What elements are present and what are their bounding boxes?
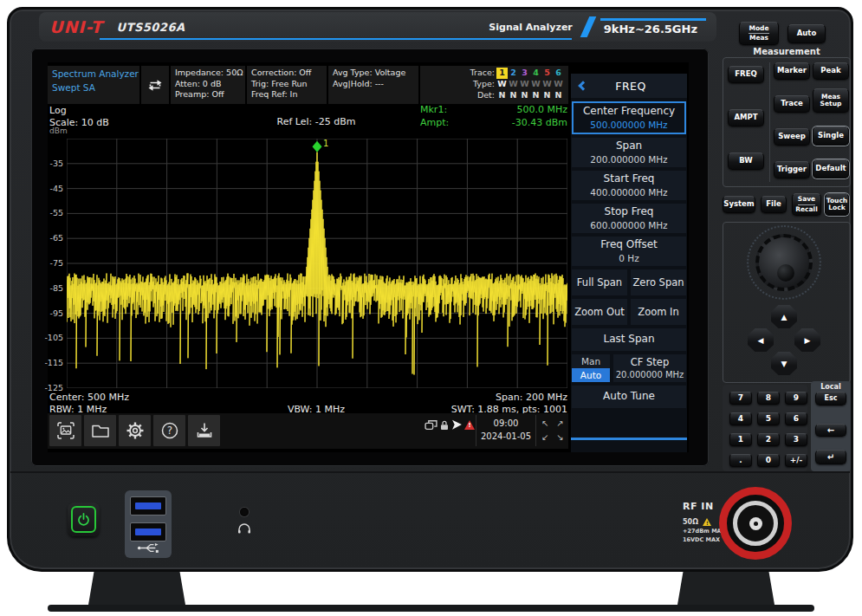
bw-key[interactable]: BW — [728, 152, 764, 170]
trace-4-selector[interactable]: 4 — [530, 68, 541, 79]
power-button-bezel — [71, 506, 96, 533]
freq-key[interactable]: FREQ — [728, 66, 764, 83]
headphone-icon — [237, 523, 251, 534]
y-axis-labels: -35-45-55-65-75-85-95-105-115-125 — [45, 139, 65, 392]
help-button[interactable]: ? — [153, 415, 185, 446]
continuous-sweep-icon[interactable] — [141, 66, 171, 104]
key-8[interactable]: 8 — [757, 392, 780, 405]
touch-lock-key[interactable]: Touch Lock — [825, 193, 849, 216]
usb-port-2 — [130, 522, 166, 541]
rf-connector-pin — [749, 517, 762, 530]
trace-2-selector[interactable]: 2 — [508, 68, 519, 79]
rf-connector-ring — [733, 501, 778, 546]
rf-max-dc-label: 16VDC MAX — [683, 536, 726, 543]
folder-icon — [90, 420, 111, 441]
zero-span-button[interactable]: Zero Span — [631, 269, 686, 295]
accent-slash — [580, 16, 596, 37]
resize-arrow-icon: ↘ — [553, 431, 567, 444]
ref-level-readout: Ref Lel: -25 dBm — [212, 116, 420, 128]
save-recall-key[interactable]: Save Recall — [792, 193, 821, 216]
sweep-key[interactable]: Sweep — [774, 128, 810, 146]
trace-6-selector[interactable]: 6 — [553, 68, 564, 79]
menu-item-center-frequency[interactable]: Center Frequency 500.000000 MHz — [572, 101, 686, 134]
peak-key[interactable]: Peak — [813, 62, 849, 80]
settings-button[interactable] — [119, 415, 151, 446]
spectrum-plot[interactable]: 1 — [67, 139, 567, 388]
accent-underline — [100, 38, 572, 40]
key-0[interactable]: 0 — [757, 454, 780, 467]
file-key[interactable]: File — [761, 196, 787, 213]
enter-key[interactable]: ↵ — [815, 450, 846, 464]
zoom-in-button[interactable]: Zoom In — [631, 299, 686, 325]
left-arrow-key[interactable]: ◀ — [748, 328, 774, 352]
key-6[interactable]: 6 — [785, 412, 807, 425]
trace-legend: Trace:123456 Type:WWWWWW Det:NNNNNN — [420, 66, 568, 104]
key-dot[interactable]: . — [729, 454, 752, 467]
full-span-button[interactable]: Full Span — [572, 269, 627, 295]
key-2[interactable]: 2 — [757, 433, 780, 446]
y-axis-tick-label: -115 — [44, 358, 63, 367]
screenshot-button[interactable] — [49, 415, 81, 446]
esc-key[interactable]: Esc — [815, 392, 846, 405]
rf-input-connector — [719, 487, 792, 560]
up-arrow-key[interactable]: ▲ — [771, 305, 797, 328]
trace-1-selector[interactable]: 1 — [496, 68, 508, 79]
mode-indicator[interactable]: Spectrum Analyzer Swept SA — [48, 66, 141, 104]
save-button[interactable] — [188, 415, 220, 446]
default-key[interactable]: Default — [813, 159, 849, 178]
marker-1-diamond — [313, 141, 322, 152]
auto-button[interactable]: Auto — [787, 24, 826, 43]
key-5[interactable]: 5 — [757, 412, 780, 425]
trigger-key[interactable]: Trigger — [774, 161, 810, 178]
last-span-button[interactable]: Last Span — [572, 328, 686, 351]
menu-accent-line — [571, 438, 687, 440]
key-1[interactable]: 1 — [729, 433, 752, 446]
trace-3-selector[interactable]: 3 — [519, 68, 530, 79]
right-arrow-key[interactable]: ▶ — [794, 328, 820, 352]
zoom-out-button[interactable]: Zoom Out — [572, 299, 627, 325]
trace-5-selector[interactable]: 5 — [541, 68, 553, 79]
mode-meas-button[interactable]: Mode Meas — [739, 22, 779, 45]
key-9[interactable]: 9 — [785, 392, 807, 405]
menu-item-start-freq[interactable]: Start Freq 400.000000 MHz — [572, 171, 686, 200]
cf-step-man-auto-toggle[interactable]: Man Auto — [572, 354, 610, 382]
trace-key[interactable]: Trace — [774, 95, 810, 113]
menu-item-freq-offset[interactable]: Freq Offset 0 Hz — [572, 237, 686, 266]
ampt-key[interactable]: AMPT — [728, 109, 764, 126]
backspace-key[interactable]: ← — [815, 424, 846, 437]
meas-setup-key[interactable]: Meas Setup — [813, 88, 849, 113]
status-bar: Spectrum Analyzer Swept SA Impedance: 50… — [48, 66, 568, 104]
key-4[interactable]: 4 — [729, 412, 752, 425]
marker-readout: Mkr1:500.0 MHz Ampt:-30.43 dBm — [420, 104, 567, 130]
y-axis-tick-label: -85 — [49, 283, 63, 293]
file-manager-button[interactable] — [84, 415, 116, 446]
display-layout-button[interactable]: ↖ ↗ ↙ ↘ — [538, 417, 567, 444]
rf-warning-icon: ! — [703, 518, 711, 526]
input-settings: Impedance: 50Ω Atten: 0 dB Preamp: Off — [171, 66, 247, 104]
gear-icon — [125, 420, 146, 441]
rotary-knob[interactable] — [755, 234, 813, 291]
system-key[interactable]: System — [723, 196, 755, 213]
menu-item-span[interactable]: Span 200.000000 MHz — [572, 138, 686, 167]
marker-key[interactable]: Marker — [774, 62, 810, 80]
menu-title: FREQ — [587, 80, 675, 93]
svg-text:?: ? — [166, 425, 172, 437]
menu-item-stop-freq[interactable]: Stop Freq 600.000000 MHz — [572, 204, 686, 233]
headphone-jack — [240, 508, 249, 516]
front-panel-divider — [10, 471, 850, 473]
resize-arrow-icon: ↗ — [553, 417, 567, 431]
usb-port-tab — [135, 528, 161, 535]
y-axis-tick-label: -35 — [49, 159, 63, 168]
key-7[interactable]: 7 — [729, 392, 752, 405]
down-arrow-key[interactable]: ▼ — [771, 352, 797, 375]
menu-header[interactable]: FREQ — [571, 74, 687, 98]
single-key[interactable]: Single — [813, 126, 849, 146]
power-button[interactable] — [68, 503, 100, 536]
cf-step-button[interactable]: CF Step 20.000000 MHz — [613, 354, 686, 382]
key-3[interactable]: 3 — [785, 433, 807, 446]
measurement-group-divider — [769, 62, 770, 182]
auto-tune-button[interactable]: Auto Tune — [572, 386, 686, 408]
screenshot-icon — [55, 420, 76, 441]
pointer-icon — [451, 419, 463, 431]
key-plus-minus[interactable]: +/- — [785, 454, 807, 467]
